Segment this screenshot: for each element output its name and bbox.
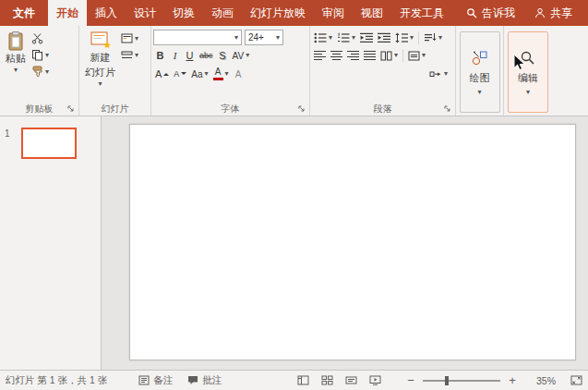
editing-button[interactable]: 编辑 ▾: [508, 31, 548, 113]
font-size-combo[interactable]: 24+ ▾: [245, 30, 283, 45]
new-slide-button[interactable]: 新建 幻灯片 ▾: [81, 29, 119, 102]
drawing-button[interactable]: 绘图 ▾: [460, 31, 500, 113]
align-text-button[interactable]: ▾: [406, 48, 427, 64]
dialog-launcher-icon: [444, 105, 451, 113]
grow-font-button[interactable]: A: [153, 67, 171, 82]
chevron-down-icon: ▾: [135, 52, 138, 59]
tell-me-box[interactable]: 告诉我: [458, 0, 523, 26]
slides-group: 新建 幻灯片 ▾ ▾ ▾ 幻灯片: [79, 26, 151, 116]
clipboard-group: 粘贴 ▾ ▾ ▾ 剪贴板: [0, 26, 79, 116]
chevron-down-icon: ▾: [444, 70, 448, 78]
notes-label: 备注: [153, 374, 173, 387]
chevron-down-icon: ▾: [205, 70, 209, 78]
convert-to-smartart-button[interactable]: ▾: [427, 67, 450, 82]
tab-transitions[interactable]: 切换: [164, 0, 203, 26]
font-dialog-launcher[interactable]: [298, 105, 306, 113]
align-right-icon: [347, 51, 359, 61]
align-right-button[interactable]: [345, 48, 361, 64]
tab-review[interactable]: 审阅: [314, 0, 353, 26]
fit-slide-to-window-button[interactable]: [570, 375, 582, 385]
line-spacing-button[interactable]: ▾: [393, 30, 415, 45]
format-painter-button[interactable]: ▾: [30, 64, 51, 79]
justify-button[interactable]: [362, 48, 378, 64]
numbering-button[interactable]: ▾: [335, 30, 357, 45]
character-spacing-button[interactable]: AV ▾: [231, 48, 252, 64]
zoom-out-button[interactable]: −: [404, 373, 417, 388]
tab-home[interactable]: 开始: [48, 0, 87, 26]
tab-view[interactable]: 视图: [353, 0, 391, 26]
tab-developer[interactable]: 开发工具: [391, 0, 452, 26]
slide-sorter-view-button[interactable]: [318, 372, 336, 389]
view-switcher: [294, 372, 384, 389]
notes-button[interactable]: 备注: [138, 374, 173, 387]
zoom-in-button[interactable]: +: [506, 373, 519, 388]
change-case-glyph: Aa: [191, 69, 202, 79]
slide-canvas[interactable]: [129, 124, 576, 360]
search-icon: [466, 7, 477, 18]
change-case-button[interactable]: Aa ▾: [189, 67, 210, 82]
notes-icon: [138, 375, 150, 385]
tab-file[interactable]: 文件: [0, 0, 48, 26]
align-center-button[interactable]: [329, 48, 344, 64]
clear-formatting-button[interactable]: A: [232, 67, 246, 82]
dialog-launcher-icon: [298, 105, 306, 113]
section-button[interactable]: ▾: [119, 47, 140, 63]
slide-layout-button[interactable]: ▾: [119, 30, 140, 46]
chevron-down-icon: ▾: [14, 67, 18, 74]
slide-counter: 幻灯片 第 1 张，共 1 张: [6, 374, 107, 387]
font-group-label: 字体: [222, 103, 240, 116]
comments-button[interactable]: 批注: [187, 374, 222, 387]
bullet-list-icon: [314, 32, 327, 43]
italic-button[interactable]: I: [168, 48, 182, 64]
chevron-down-icon: ▾: [225, 70, 229, 78]
section-icon: [121, 50, 133, 60]
tab-insert[interactable]: 插入: [87, 0, 126, 26]
align-left-button[interactable]: [312, 48, 328, 64]
reading-view-icon: [345, 375, 357, 385]
scissors-icon: [31, 32, 43, 44]
decrease-indent-button[interactable]: [358, 30, 375, 45]
reading-view-button[interactable]: [342, 372, 360, 389]
text-direction-icon: [424, 32, 437, 43]
font-name-combo[interactable]: ▾: [153, 30, 242, 45]
underline-button[interactable]: U: [183, 48, 197, 64]
justify-icon: [364, 51, 376, 61]
tab-design[interactable]: 设计: [126, 0, 164, 26]
text-direction-button[interactable]: ▾: [422, 30, 444, 45]
bold-button[interactable]: B: [153, 48, 167, 64]
chevron-down-icon: ▾: [394, 52, 398, 59]
magnifier-icon: [519, 49, 537, 67]
chevron-down-icon: ▾: [246, 52, 249, 59]
columns-button[interactable]: ▾: [378, 48, 400, 64]
dialog-launcher-icon: [67, 105, 75, 113]
triangle-down-icon: [181, 72, 186, 78]
chevron-down-icon: ▾: [45, 68, 49, 76]
comment-icon: [187, 375, 198, 385]
paragraph-dialog-launcher[interactable]: [444, 105, 451, 113]
cut-button[interactable]: [30, 30, 51, 46]
font-color-button[interactable]: A ▾: [211, 67, 231, 82]
zoom-slider[interactable]: [423, 380, 500, 382]
font-group: ▾ 24+ ▾ B I U abc S AV ▾: [151, 26, 310, 116]
normal-view-button[interactable]: [294, 372, 312, 389]
copy-button[interactable]: ▾: [30, 47, 51, 63]
paste-button[interactable]: 粘贴 ▾: [2, 29, 30, 102]
clipboard-dialog-launcher[interactable]: [67, 105, 75, 113]
slideshow-view-button[interactable]: [366, 372, 384, 389]
chevron-down-icon: ▾: [410, 34, 414, 42]
strikethrough-button[interactable]: abc: [198, 48, 215, 64]
increase-indent-button[interactable]: [376, 30, 392, 45]
chevron-down-icon: ▾: [422, 52, 426, 59]
zoom-percentage[interactable]: 35%: [528, 375, 556, 386]
text-shadow-button[interactable]: S: [216, 48, 230, 64]
tab-animations[interactable]: 动画: [203, 0, 242, 26]
slide-thumbnail-selected[interactable]: [21, 128, 77, 159]
shrink-font-button[interactable]: A: [172, 67, 188, 82]
share-button[interactable]: 共享: [526, 0, 581, 26]
bullets-button[interactable]: ▾: [312, 30, 334, 45]
zoom-slider-thumb[interactable]: [445, 376, 449, 385]
tab-slideshow[interactable]: 幻灯片放映: [242, 0, 314, 26]
new-slide-label-line1: 新建: [90, 51, 111, 65]
chevron-down-icon: ▾: [98, 80, 102, 88]
layout-icon: [121, 33, 133, 43]
